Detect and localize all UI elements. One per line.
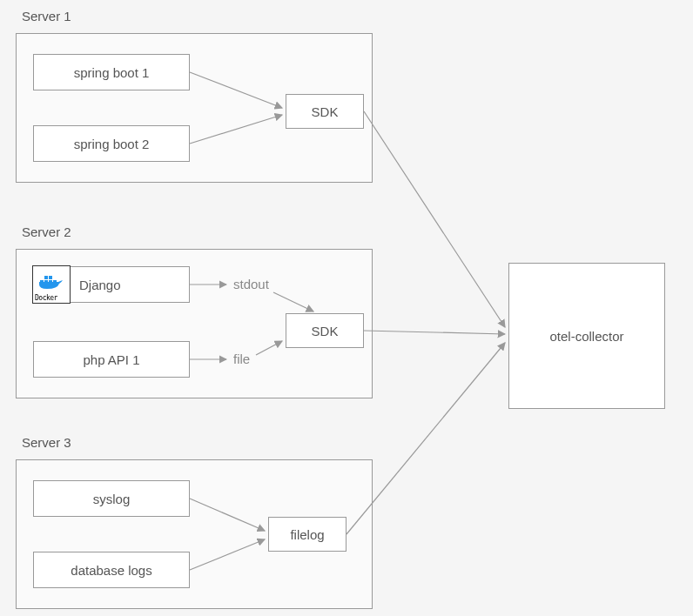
spring-boot-2-box: spring boot 2: [33, 125, 190, 162]
otel-collector-box: otel-collector: [508, 263, 665, 409]
django-label: Django: [79, 278, 121, 292]
otel-collector-label: otel-collector: [549, 329, 623, 344]
docker-text-label: Docker: [35, 294, 57, 302]
svg-line-8: [364, 111, 505, 327]
php-api-1-box: php API 1: [33, 341, 190, 378]
server2-sdk-label: SDK: [312, 324, 339, 338]
database-logs-box: database logs: [33, 552, 190, 588]
syslog-box: syslog: [33, 480, 190, 517]
server1-sdk-label: SDK: [312, 104, 339, 119]
spring-boot-1-box: spring boot 1: [33, 54, 190, 90]
server1-label: Server 1: [19, 9, 74, 23]
spring-boot-1-label: spring boot 1: [74, 65, 150, 80]
svg-rect-4: [44, 276, 48, 279]
stdout-label: stdout: [233, 277, 269, 291]
filelog-label: filelog: [290, 527, 324, 542]
svg-line-13: [364, 331, 505, 334]
server2-label: Server 2: [19, 224, 74, 239]
file-label: file: [233, 352, 250, 366]
syslog-label: syslog: [93, 492, 131, 506]
server1-sdk-box: SDK: [286, 94, 364, 129]
spring-boot-2-label: spring boot 2: [74, 137, 150, 151]
svg-rect-5: [49, 276, 52, 279]
database-logs-label: database logs: [71, 563, 151, 578]
server2-sdk-box: SDK: [286, 313, 364, 348]
filelog-box: filelog: [268, 517, 346, 552]
server3-label: Server 3: [19, 435, 74, 450]
docker-icon: Docker: [32, 265, 71, 304]
php-api-1-label: php API 1: [83, 352, 139, 367]
